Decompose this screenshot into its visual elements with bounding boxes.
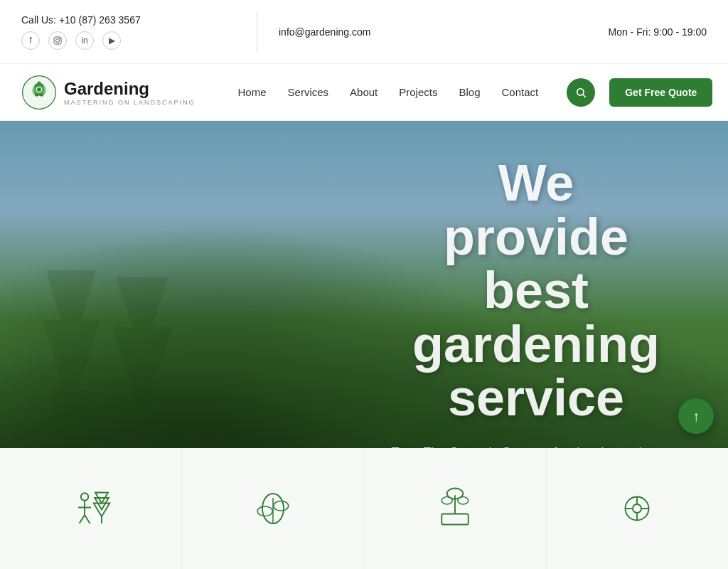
nav-blog[interactable]: Blog — [459, 86, 480, 98]
hero-section: We provide best gardening service Trust … — [0, 121, 728, 569]
email-text: info@gardening.com — [279, 26, 370, 38]
card-icon-2 — [252, 487, 294, 530]
svg-point-34 — [257, 506, 272, 516]
logo-name: Gardening — [64, 79, 196, 99]
instagram-icon[interactable] — [48, 31, 67, 50]
logo-text: Gardening MASTERING ON LANDSCAPING — [64, 79, 196, 106]
nav-services[interactable]: Services — [288, 86, 329, 98]
svg-point-1 — [56, 38, 60, 42]
svg-line-26 — [85, 515, 90, 523]
call-us-text: Call Us: +10 (87) 263 3567 — [21, 14, 235, 26]
get-free-quote-button[interactable]: Get Free Quote — [609, 78, 712, 107]
svg-point-12 — [577, 88, 584, 95]
bottom-card-2 — [182, 448, 364, 569]
nav-projects[interactable]: Projects — [399, 86, 437, 98]
bottom-cards — [0, 448, 728, 569]
logo-sub: MASTERING ON LANDSCAPING — [64, 99, 196, 106]
logo-area[interactable]: Gardening MASTERING ON LANDSCAPING — [21, 75, 196, 110]
hero-content: We provide best gardening service Trust … — [387, 156, 685, 484]
hero-title-best: best — [387, 264, 685, 318]
main-nav: Home Services About Projects Blog Contac… — [238, 78, 596, 107]
svg-rect-35 — [441, 514, 469, 525]
svg-rect-0 — [54, 37, 61, 44]
nav-about[interactable]: About — [350, 86, 378, 98]
svg-point-11 — [37, 87, 41, 91]
svg-point-2 — [59, 38, 60, 39]
bottom-card-1 — [0, 448, 182, 569]
search-button[interactable] — [567, 78, 595, 107]
plant-icon — [252, 487, 294, 530]
hero-title-we: We — [387, 156, 685, 211]
hero-title-provide: provide — [387, 211, 685, 265]
logo-icon — [21, 75, 57, 110]
tree-icon — [70, 487, 112, 530]
scroll-to-top-button[interactable]: ↑ — [678, 398, 714, 434]
social-icons-group: f in ▶ — [21, 31, 235, 50]
svg-line-25 — [79, 515, 85, 523]
svg-point-38 — [441, 497, 452, 505]
tools-icon — [616, 487, 658, 530]
svg-point-33 — [274, 501, 289, 511]
youtube-icon[interactable]: ▶ — [102, 31, 121, 50]
card-icon-1 — [70, 487, 112, 530]
divider-1 — [257, 11, 257, 53]
hero-title-gardening: gardening — [387, 318, 685, 372]
hours-text: Mon - Fri: 9:00 - 19:00 — [608, 26, 707, 38]
email-section: info@gardening.com — [279, 26, 493, 38]
svg-point-41 — [633, 504, 641, 513]
scroll-top-icon: ↑ — [692, 408, 700, 425]
top-bar: Call Us: +10 (87) 263 3567 f in ▶ info@g… — [0, 0, 728, 64]
nav-contact[interactable]: Contact — [502, 86, 539, 98]
bottom-card-4 — [547, 448, 728, 569]
hours-section: Mon - Fri: 9:00 - 19:00 — [493, 26, 707, 38]
card-icon-3 — [434, 487, 476, 530]
svg-line-13 — [583, 95, 586, 97]
facebook-icon[interactable]: f — [21, 31, 40, 50]
linkedin-icon[interactable]: in — [75, 31, 94, 50]
nav-home[interactable]: Home — [238, 86, 267, 98]
garden-icon — [434, 487, 476, 530]
card-icon-4 — [616, 487, 658, 530]
svg-point-39 — [458, 497, 469, 505]
hero-title: We provide best gardening service — [387, 156, 685, 425]
hero-title-service: service — [387, 371, 685, 425]
svg-point-22 — [80, 493, 88, 501]
contact-info: Call Us: +10 (87) 263 3567 f in ▶ — [21, 14, 235, 50]
header: Gardening MASTERING ON LANDSCAPING Home … — [0, 64, 728, 121]
bottom-card-3 — [365, 448, 547, 569]
